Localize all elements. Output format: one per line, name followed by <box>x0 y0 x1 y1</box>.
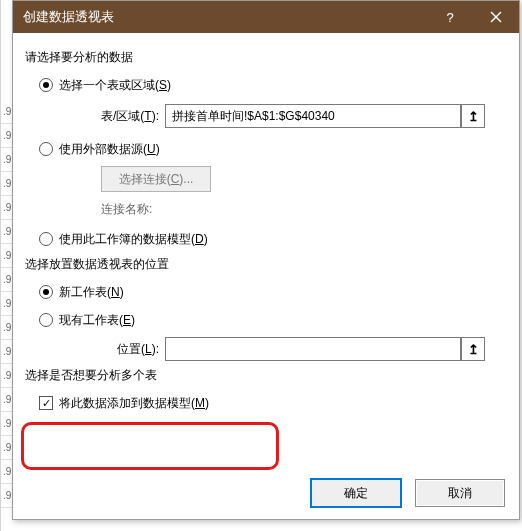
range-label: 表/区域(T): <box>39 108 159 125</box>
connection-name-label: 连接名称: <box>101 198 507 220</box>
help-icon: ? <box>446 10 453 25</box>
close-button[interactable] <box>473 1 519 33</box>
option-new-worksheet-label: 新工作表(N) <box>59 284 124 301</box>
dialog-button-row: 确定 取消 <box>311 479 505 507</box>
radio-icon <box>39 232 53 246</box>
option-external-source-label: 使用外部数据源(U) <box>59 141 160 158</box>
cancel-button[interactable]: 取消 <box>415 479 505 507</box>
option-external-source[interactable]: 使用外部数据源(U) <box>39 138 507 160</box>
radio-icon <box>39 285 53 299</box>
section-placement-heading: 选择放置数据透视表的位置 <box>25 256 507 273</box>
titlebar: 创建数据透视表 ? <box>13 1 519 33</box>
choose-connection-button: 选择连接(C)... <box>101 166 211 192</box>
range-picker-button[interactable]: ↥ <box>461 104 485 128</box>
checkbox-icon <box>39 396 53 410</box>
help-button[interactable]: ? <box>427 1 473 33</box>
ok-button[interactable]: 确定 <box>311 479 401 507</box>
radio-icon <box>39 78 53 92</box>
location-picker-button[interactable]: ↥ <box>461 337 485 361</box>
option-new-worksheet[interactable]: 新工作表(N) <box>39 281 507 303</box>
dialog-body: 请选择要分析的数据 选择一个表或区域(S) 表/区域(T): ↥ <box>13 33 519 519</box>
annotation-highlight <box>21 422 279 470</box>
create-pivottable-dialog: 创建数据透视表 ? 请选择要分析的数据 选择一个表或区域(S) 表/区域(T): <box>12 0 520 520</box>
table-range-input[interactable] <box>165 104 461 128</box>
option-add-to-datamodel[interactable]: 将此数据添加到数据模型(M) <box>39 392 507 414</box>
location-input[interactable] <box>165 337 461 361</box>
option-use-datamodel[interactable]: 使用此工作簿的数据模型(D) <box>39 228 507 250</box>
section-analyze-data-heading: 请选择要分析的数据 <box>25 49 507 66</box>
option-existing-worksheet-label: 现有工作表(E) <box>59 312 135 329</box>
option-select-table-label: 选择一个表或区域(S) <box>59 77 171 94</box>
range-picker-icon: ↥ <box>468 342 479 357</box>
section-multi-table-heading: 选择是否想要分析多个表 <box>25 367 507 384</box>
dialog-title: 创建数据透视表 <box>23 8 427 26</box>
location-label: 位置(L): <box>39 341 159 358</box>
radio-icon <box>39 142 53 156</box>
option-use-datamodel-label: 使用此工作簿的数据模型(D) <box>59 231 208 248</box>
close-icon <box>490 11 502 23</box>
option-add-to-datamodel-label: 将此数据添加到数据模型(M) <box>59 395 209 412</box>
option-select-table[interactable]: 选择一个表或区域(S) <box>39 74 507 96</box>
range-picker-icon: ↥ <box>468 109 479 124</box>
option-existing-worksheet[interactable]: 现有工作表(E) <box>39 309 507 331</box>
radio-icon <box>39 313 53 327</box>
